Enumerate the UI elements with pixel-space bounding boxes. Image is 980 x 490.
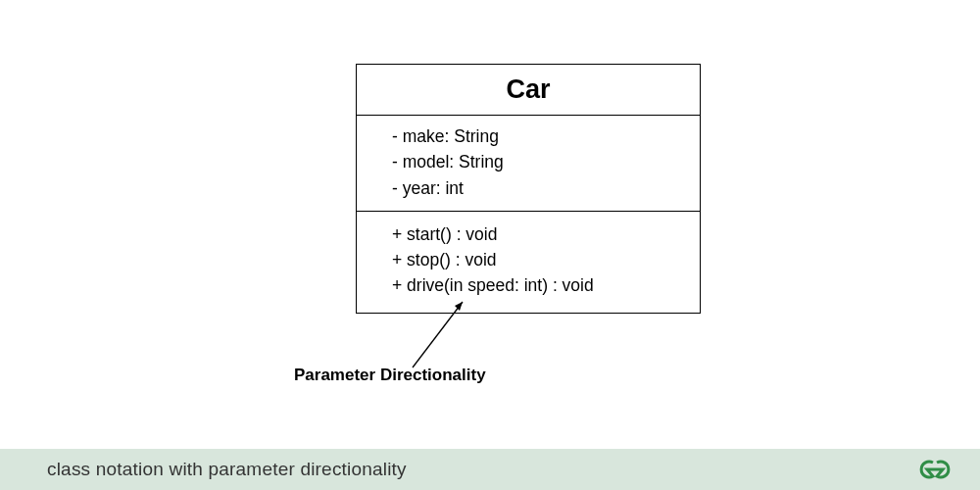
annotation-label: Parameter Directionality <box>294 366 486 385</box>
uml-class-box: Car - make: String - model: String - yea… <box>356 64 701 314</box>
method-line: + drive(in speed: int) : void <box>392 272 680 298</box>
attributes-section: - make: String - model: String - year: i… <box>357 116 700 212</box>
caption-bar: class notation with parameter directiona… <box>0 449 980 490</box>
class-name: Car <box>357 65 700 116</box>
attribute-line: - make: String <box>392 123 680 149</box>
caption-text: class notation with parameter directiona… <box>47 459 407 480</box>
method-line: + stop() : void <box>392 247 680 272</box>
attribute-line: - model: String <box>392 149 680 174</box>
method-line: + start() : void <box>392 221 680 247</box>
diagram-canvas: Car - make: String - model: String - yea… <box>0 0 980 449</box>
gfg-logo-icon <box>917 460 953 479</box>
attribute-line: - year: int <box>392 175 680 201</box>
methods-section: + start() : void + stop() : void + drive… <box>357 212 700 313</box>
